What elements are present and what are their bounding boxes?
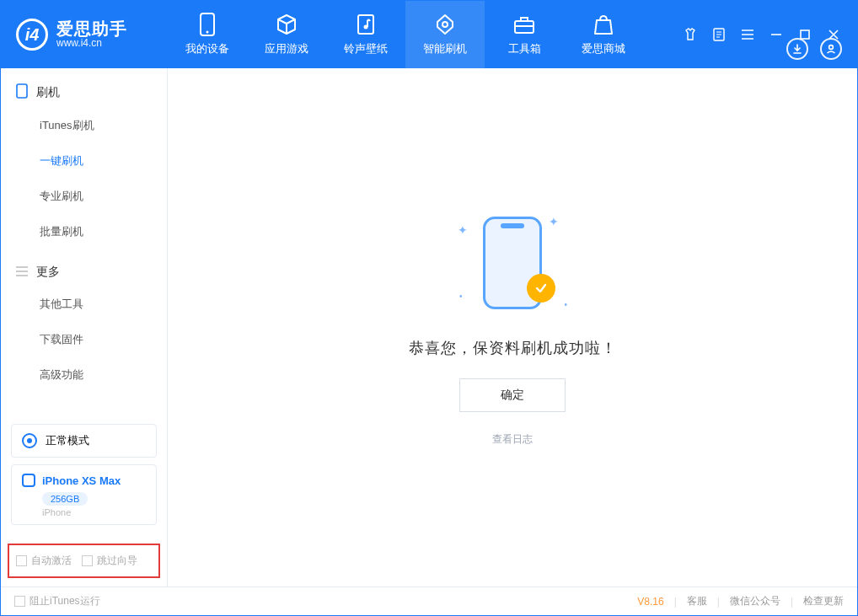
download-button[interactable] bbox=[786, 38, 808, 60]
tabs: 我的设备 应用游戏 铃声壁纸 智能刷机 工具箱 爱思商城 bbox=[168, 1, 682, 68]
svg-rect-9 bbox=[17, 84, 27, 98]
tab-label: 应用游戏 bbox=[265, 41, 308, 56]
device-icon bbox=[22, 474, 35, 487]
sidebar-item-pro-flash[interactable]: 专业刷机 bbox=[1, 179, 167, 214]
sparkle-icon: • bbox=[564, 300, 567, 309]
phone-outline-icon bbox=[16, 83, 28, 101]
sparkle-icon: ✦ bbox=[458, 223, 468, 237]
menu-icon[interactable] bbox=[739, 26, 756, 43]
sidebar-group-flash: 刷机 bbox=[1, 68, 167, 108]
sidebar-item-advanced[interactable]: 高级功能 bbox=[1, 357, 167, 393]
sidebar-group-title: 更多 bbox=[36, 265, 60, 280]
checkbox-icon bbox=[16, 555, 27, 566]
svg-rect-2 bbox=[358, 15, 373, 34]
tab-store[interactable]: 爱思商城 bbox=[564, 1, 643, 68]
mode-label: 正常模式 bbox=[46, 433, 89, 448]
bottom-options-highlight: 自动激活 跳过向导 bbox=[8, 544, 160, 578]
view-log-link[interactable]: 查看日志 bbox=[492, 432, 533, 447]
sidebar-item-download-firmware[interactable]: 下载固件 bbox=[1, 322, 167, 357]
check-badge-icon bbox=[527, 274, 555, 303]
tab-label: 铃声壁纸 bbox=[344, 41, 388, 56]
sparkle-icon: • bbox=[459, 292, 463, 301]
shirt-icon[interactable] bbox=[682, 26, 699, 43]
titlebar: i4 爱思助手 www.i4.cn 我的设备 应用游戏 铃声壁纸 智能刷机 bbox=[1, 1, 857, 68]
mode-icon bbox=[22, 433, 37, 448]
checkbox-block-itunes[interactable]: 阻止iTunes运行 bbox=[14, 594, 100, 608]
checkbox-auto-activate[interactable]: 自动激活 bbox=[16, 554, 72, 568]
device-card[interactable]: iPhone XS Max 256GB iPhone bbox=[11, 464, 157, 525]
tab-ringtones-wallpapers[interactable]: 铃声壁纸 bbox=[326, 1, 405, 68]
list-icon bbox=[16, 265, 28, 279]
checkbox-icon bbox=[82, 555, 93, 566]
main-content: ✦ ✦ • • 恭喜您，保资料刷机成功啦！ 确定 查看日志 bbox=[168, 68, 857, 587]
tab-label: 爱思商城 bbox=[582, 41, 625, 56]
device-type: iPhone bbox=[42, 507, 146, 517]
cube-icon bbox=[275, 13, 298, 36]
status-link-support[interactable]: 客服 bbox=[687, 594, 707, 608]
note-icon[interactable] bbox=[711, 26, 727, 43]
sidebar-group-more: 更多 bbox=[1, 249, 167, 287]
svg-point-3 bbox=[364, 25, 368, 29]
toolbox-icon bbox=[512, 13, 536, 36]
sidebar-group-title: 刷机 bbox=[36, 85, 60, 100]
statusbar: 阻止iTunes运行 V8.16 | 客服 | 微信公众号 | 检查更新 bbox=[1, 587, 857, 615]
checkbox-label: 跳过向导 bbox=[97, 554, 137, 568]
tab-apps-games[interactable]: 应用游戏 bbox=[247, 1, 326, 68]
tab-label: 智能刷机 bbox=[423, 41, 467, 56]
ok-button[interactable]: 确定 bbox=[459, 378, 566, 412]
svg-point-4 bbox=[442, 22, 448, 27]
tab-toolbox[interactable]: 工具箱 bbox=[485, 1, 564, 68]
logo-icon: i4 bbox=[16, 19, 48, 51]
success-illustration: ✦ ✦ • • bbox=[458, 208, 567, 318]
tab-label: 工具箱 bbox=[508, 41, 541, 56]
tab-smart-flash[interactable]: 智能刷机 bbox=[405, 1, 485, 68]
checkbox-label: 自动激活 bbox=[31, 554, 72, 568]
app-name-cn: 爱思助手 bbox=[56, 19, 127, 38]
status-link-update[interactable]: 检查更新 bbox=[803, 594, 844, 608]
body: 刷机 iTunes刷机 一键刷机 专业刷机 批量刷机 更多 其他工具 下载固件 … bbox=[1, 68, 857, 587]
sidebar-item-one-click-flash[interactable]: 一键刷机 bbox=[1, 143, 167, 179]
sidebar-item-batch-flash[interactable]: 批量刷机 bbox=[1, 214, 167, 249]
app-window: i4 爱思助手 www.i4.cn 我的设备 应用游戏 铃声壁纸 智能刷机 bbox=[0, 0, 858, 616]
success-message: 恭喜您，保资料刷机成功啦！ bbox=[409, 338, 617, 358]
device-icon bbox=[196, 13, 219, 36]
sidebar-item-other-tools[interactable]: 其他工具 bbox=[1, 287, 167, 322]
music-icon bbox=[354, 13, 378, 36]
flash-icon bbox=[433, 13, 457, 36]
user-button[interactable] bbox=[820, 38, 842, 60]
checkbox-label: 阻止iTunes运行 bbox=[29, 594, 100, 608]
bag-icon bbox=[592, 13, 615, 36]
status-link-wechat[interactable]: 微信公众号 bbox=[730, 594, 780, 608]
svg-point-1 bbox=[206, 31, 209, 34]
sidebar: 刷机 iTunes刷机 一键刷机 专业刷机 批量刷机 更多 其他工具 下载固件 … bbox=[1, 68, 168, 587]
minimize-button[interactable] bbox=[768, 26, 785, 43]
sparkle-icon: ✦ bbox=[549, 215, 559, 228]
checkbox-skip-guide[interactable]: 跳过向导 bbox=[82, 554, 137, 568]
mode-card[interactable]: 正常模式 bbox=[11, 424, 157, 458]
storage-badge: 256GB bbox=[42, 492, 88, 506]
logo: i4 爱思助手 www.i4.cn bbox=[1, 19, 168, 51]
app-name-en: www.i4.cn bbox=[56, 38, 127, 49]
sidebar-item-itunes-flash[interactable]: iTunes刷机 bbox=[1, 108, 167, 143]
version-label: V8.16 bbox=[637, 596, 663, 608]
tab-label: 我的设备 bbox=[185, 41, 229, 56]
device-name: iPhone XS Max bbox=[42, 474, 121, 487]
svg-point-8 bbox=[829, 46, 834, 50]
tab-my-device[interactable]: 我的设备 bbox=[168, 1, 247, 68]
checkbox-icon bbox=[14, 596, 25, 607]
